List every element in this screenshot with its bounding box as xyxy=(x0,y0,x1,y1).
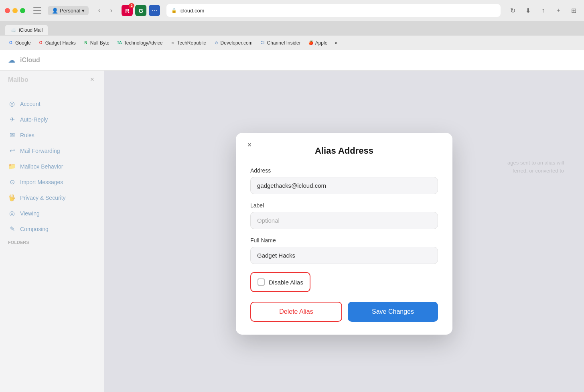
bookmark-label: Channel Insider xyxy=(267,40,301,46)
share-button[interactable]: ↑ xyxy=(537,5,549,16)
alias-address-modal: × Alias Address Address Label Full Name xyxy=(236,133,452,335)
privacy-icon: 🖐 xyxy=(8,194,16,201)
save-changes-button[interactable]: Save Changes xyxy=(348,302,438,322)
download-button[interactable]: ⬇ xyxy=(522,5,533,16)
more-icon: » xyxy=(335,40,337,46)
address-bar[interactable]: 🔒 icloud.com xyxy=(166,4,501,17)
minimize-button[interactable] xyxy=(12,8,18,13)
nullbyte-icon: N xyxy=(83,40,89,46)
browser-actions: ↻ ⬇ ↑ + ⊞ xyxy=(507,5,579,16)
bookmark-label: Null Byte xyxy=(90,40,110,46)
settings-sidebar: Mailbo × ◎ Account ✈ Auto-Reply ✉ Rules … xyxy=(0,71,104,392)
bookmark-label: TechRepublic xyxy=(177,40,206,46)
viewing-icon: ◎ xyxy=(8,209,16,217)
techadvice-icon: TA xyxy=(117,40,122,46)
modal-title: Alias Address xyxy=(250,146,438,156)
icloud-wordmark: iCloud xyxy=(20,57,40,64)
sidebar-item-mailbox-behavior[interactable]: 📁 Mailbox Behavior xyxy=(0,158,104,174)
sidebar-item-import-messages[interactable]: ⊙ Import Messages xyxy=(0,174,104,190)
profile-label: Personal xyxy=(60,8,80,14)
profile-button[interactable]: 👤 Personal ▾ xyxy=(48,6,89,15)
composing-icon: ✎ xyxy=(8,225,16,233)
close-button[interactable] xyxy=(5,8,10,13)
lock-icon: 🔒 xyxy=(171,8,177,13)
nav-label: Import Messages xyxy=(20,179,63,185)
tab-b[interactable]: ⋯ xyxy=(149,5,160,16)
fullname-label: Full Name xyxy=(250,237,438,244)
tab-title: iCloud Mail xyxy=(19,27,43,33)
reload-button[interactable]: ↻ xyxy=(507,5,518,16)
sidebar-item-composing[interactable]: ✎ Composing xyxy=(0,221,104,237)
address-field-group: Address xyxy=(250,167,438,194)
nav-label: Mailbox Behavior xyxy=(20,163,63,170)
label-label: Label xyxy=(250,202,438,209)
tab-strip: ☁️ iCloud Mail xyxy=(0,21,584,35)
nav-arrows: ‹ › xyxy=(93,5,117,16)
bookmarks-bar: G Google G Gadget Hacks N Null Byte TA T… xyxy=(0,35,584,50)
title-bar: 👤 Personal ▾ ‹ › R 2 G ⋯ 🔒 icloud.com xyxy=(0,0,584,21)
bookmark-more[interactable]: » xyxy=(331,39,341,47)
sidebar-item-viewing[interactable]: ◎ Viewing xyxy=(0,205,104,221)
maximize-button[interactable] xyxy=(20,8,25,13)
bookmark-techrepublic[interactable]: ≈ TechRepublic xyxy=(167,39,209,47)
action-buttons: Delete Alias Save Changes xyxy=(250,302,438,322)
bookmark-label: Apple xyxy=(315,40,328,46)
profile-icon: 👤 xyxy=(52,8,58,14)
sidebar-item-privacy-security[interactable]: 🖐 Privacy & Security xyxy=(0,190,104,205)
app-container: Mailbo × ◎ Account ✈ Auto-Reply ✉ Rules … xyxy=(0,71,584,392)
sidebar-item-mail-forwarding[interactable]: ↩ Mail Forwarding xyxy=(0,143,104,158)
disable-alias-checkbox[interactable] xyxy=(258,278,265,286)
bookmark-nullbyte[interactable]: N Null Byte xyxy=(80,39,113,47)
bookmark-tech-advice[interactable]: TA TechnologyAdvice xyxy=(114,39,166,47)
bookmark-label: Developer.com xyxy=(221,40,253,46)
fullname-input[interactable] xyxy=(250,247,438,264)
tab-grid-button[interactable]: ⊞ xyxy=(568,5,579,16)
nav-label: Viewing xyxy=(20,210,40,217)
sidebar-item-account[interactable]: ◎ Account xyxy=(0,96,104,112)
address-label: Address xyxy=(250,167,438,174)
bookmark-google[interactable]: G Google xyxy=(5,39,34,47)
back-button[interactable]: ‹ xyxy=(93,5,105,16)
modal-close-button[interactable]: × xyxy=(244,139,255,150)
techrepublic-icon: ≈ xyxy=(170,40,176,46)
tab-g[interactable]: G xyxy=(135,5,146,16)
sidebar-close-button[interactable]: × xyxy=(90,75,94,84)
forward-button[interactable]: › xyxy=(105,5,117,16)
nav-label: Auto-Reply xyxy=(20,116,48,123)
developer-icon: ⊙ xyxy=(213,40,219,46)
mailbox-icon: 📁 xyxy=(8,162,16,170)
channel-insider-icon: CI xyxy=(260,40,266,46)
nav-label: Privacy & Security xyxy=(20,195,66,201)
traffic-lights xyxy=(5,8,25,13)
bookmark-label: Google xyxy=(15,40,31,46)
bookmark-label: Gadget Hacks xyxy=(45,40,76,46)
profile-chevron: ▾ xyxy=(82,8,85,14)
icloud-header: ☁ iCloud xyxy=(0,50,584,71)
bookmark-channel-insider[interactable]: CI Channel Insider xyxy=(257,39,304,47)
browser-chrome: 👤 Personal ▾ ‹ › R 2 G ⋯ 🔒 icloud.com xyxy=(0,0,584,50)
tab-badge: 2 xyxy=(129,3,134,8)
sidebar-item-auto-reply[interactable]: ✈ Auto-Reply xyxy=(0,112,104,127)
sidebar-heading: Mailbo xyxy=(8,76,28,83)
delete-alias-button[interactable]: Delete Alias xyxy=(250,302,342,322)
active-tab[interactable]: ☁️ iCloud Mail xyxy=(5,25,48,35)
bookmark-gadgethacks[interactable]: G Gadget Hacks xyxy=(35,39,79,47)
disable-alias-row[interactable]: Disable Alias xyxy=(250,272,310,292)
sidebar-item-rules[interactable]: ✉ Rules xyxy=(0,127,104,143)
auto-reply-icon: ✈ xyxy=(8,116,16,123)
gadgethacks-icon: G xyxy=(38,40,44,46)
address-input[interactable] xyxy=(250,177,438,194)
bookmark-apple[interactable]: 🍎 Apple xyxy=(305,39,331,47)
google-icon: G xyxy=(8,40,14,46)
bookmark-label: TechnologyAdvice xyxy=(124,40,163,46)
mail-forwarding-icon: ↩ xyxy=(8,147,16,154)
nav-label: Rules xyxy=(20,132,34,138)
tab-r[interactable]: R 2 xyxy=(122,5,133,16)
modal-overlay: × Alias Address Address Label Full Name xyxy=(104,71,584,392)
label-input[interactable] xyxy=(250,212,438,229)
bookmark-developer[interactable]: ⊙ Developer.com xyxy=(210,39,256,47)
folders-section: Folders xyxy=(0,237,104,246)
icloud-logo: ☁ xyxy=(8,56,15,65)
sidebar-toggle[interactable] xyxy=(33,7,41,14)
new-tab-button[interactable]: + xyxy=(553,5,564,16)
